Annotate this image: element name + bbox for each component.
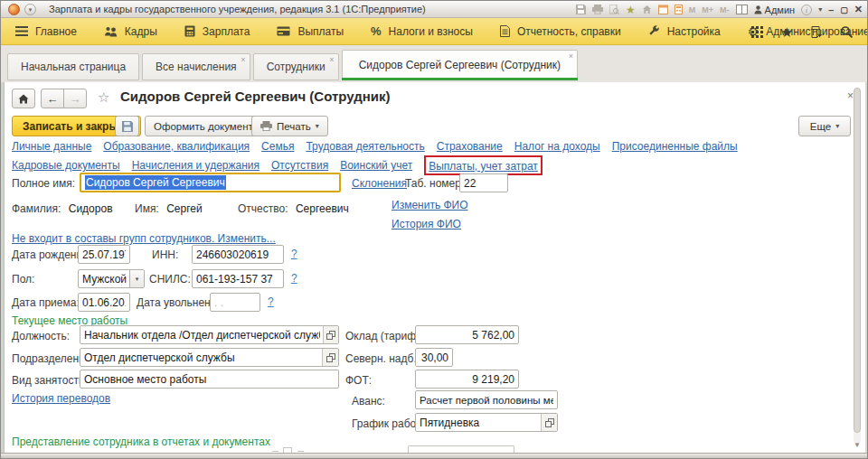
tab-close-icon[interactable]: × — [329, 55, 334, 64]
system-menu-icon[interactable]: ▾ — [24, 4, 36, 15]
forward-button[interactable]: → — [63, 89, 87, 108]
nav-link-personal-data[interactable]: Личные данные — [12, 140, 91, 153]
change-name-link[interactable]: Изменить ФИО — [392, 199, 468, 211]
menu-item-reports[interactable]: Отчетность, справки — [500, 25, 621, 38]
menu-item-settings[interactable]: Настройка — [648, 25, 721, 38]
tab-close-icon[interactable]: × — [569, 52, 573, 61]
open-picker-icon[interactable] — [323, 325, 338, 344]
menu-item-hr[interactable]: Кадры — [104, 25, 157, 38]
department-field[interactable]: Отдел диспетчерской службы — [80, 348, 339, 367]
employment-type-field[interactable]: Основное место работы — [80, 370, 339, 389]
search-icon[interactable] — [841, 26, 853, 38]
home-button[interactable] — [12, 89, 35, 108]
north-bonus-field[interactable]: 30,00 — [415, 348, 453, 367]
middlename-value: Сергеевич — [296, 202, 349, 215]
open-picker-icon[interactable] — [541, 413, 557, 432]
memory-m-plus-button[interactable]: M+ — [702, 5, 713, 14]
app-logo-icon[interactable] — [8, 4, 20, 15]
advance-field[interactable]: Расчет первой половины месяца — [415, 390, 558, 409]
history-icon[interactable] — [811, 26, 823, 38]
more-button[interactable]: Еще ▾ — [798, 116, 851, 136]
inn-help-link[interactable]: ? — [291, 248, 297, 260]
favorites-star-icon[interactable]: ★ — [626, 4, 636, 16]
dismissal-help-link[interactable]: ? — [268, 295, 274, 308]
save-button[interactable] — [115, 116, 139, 136]
nav-link-absences[interactable]: Отсутствия — [271, 159, 328, 172]
inn-field[interactable]: 246603020619 — [192, 245, 284, 264]
close-window-button[interactable]: ✕ — [854, 4, 863, 15]
hire-date-field[interactable]: 01.06.2016 — [78, 293, 130, 312]
nav-link-insurance[interactable]: Страхование — [437, 140, 503, 153]
nav-link-military[interactable]: Воинский учет — [340, 159, 412, 172]
nav-link-attached-files[interactable]: Присоединенные файлы — [612, 140, 738, 153]
firstname-label: Имя: — [135, 202, 159, 215]
form-close-icon[interactable]: × — [847, 89, 854, 102]
open-picker-icon[interactable] — [322, 348, 338, 367]
cutoff-dash-fragment — [297, 451, 304, 452]
preview-icon[interactable] — [609, 5, 619, 14]
maximize-button[interactable]: ▢ — [840, 5, 848, 14]
title-bar: ▾ Зарплата и кадры государственного учре… — [1, 1, 867, 18]
birthdate-field[interactable]: 25.07.1974 — [78, 245, 130, 264]
dropdown-caret-icon: ▾ — [835, 122, 839, 130]
back-button[interactable]: ← — [41, 89, 64, 108]
salary-label: Оклад (тариф): — [345, 330, 422, 342]
dismissal-date-field[interactable]: . . — [210, 293, 260, 312]
fot-field[interactable]: 9 219,20 — [415, 370, 519, 389]
scrollbar-thumb[interactable] — [854, 88, 861, 433]
tab-employee-card[interactable]: Сидоров Сергей Сергеевич (Сотрудник) × — [342, 50, 578, 80]
all-functions-grid-icon[interactable] — [751, 26, 763, 38]
snils-help-link[interactable]: ? — [291, 272, 297, 285]
tab-close-icon[interactable]: × — [241, 55, 245, 64]
calculator-icon[interactable] — [675, 5, 683, 14]
info-icon[interactable]: i — [801, 5, 812, 15]
tab-home-page[interactable]: Начальная страница — [7, 53, 139, 80]
memory-m-minus-button[interactable]: M- — [720, 5, 730, 14]
work-schedule-field[interactable]: Пятидневка — [415, 413, 558, 432]
minimize-button[interactable]: – — [828, 5, 834, 15]
position-field[interactable]: Начальник отдела /Отдел диспетчерской сл… — [80, 325, 339, 344]
calculator-icon — [184, 25, 195, 37]
home-icon[interactable] — [642, 5, 652, 14]
vertical-scrollbar[interactable] — [854, 88, 861, 444]
window-bottom-edge — [1, 453, 867, 458]
info-dropdown-icon[interactable]: ▾ — [818, 5, 822, 14]
tab-number-field[interactable]: 22 — [459, 173, 508, 192]
card-icon — [277, 26, 290, 36]
percent-icon: % — [371, 24, 382, 38]
gender-combobox[interactable]: Мужской ▾ — [78, 269, 145, 288]
salary-field[interactable]: 5 762,00 — [415, 325, 519, 344]
calendar-icon[interactable] — [658, 5, 668, 14]
window-title: Зарплата и кадры государственного учрежд… — [49, 4, 426, 14]
middlename-label: Отчество: — [238, 202, 288, 215]
nav-link-education[interactable]: Образование, квалификация — [103, 140, 250, 153]
combo-dropdown-icon[interactable]: ▾ — [129, 269, 144, 288]
nav-link-work-history[interactable]: Трудовая деятельность — [306, 140, 424, 153]
split-window-icon[interactable] — [736, 5, 748, 14]
favorites-icon[interactable]: ★ — [781, 25, 793, 39]
current-user[interactable]: Админ — [754, 5, 796, 15]
nav-link-accruals-deductions[interactable]: Начисления и удержания — [132, 159, 259, 172]
nav-link-hr-documents[interactable]: Кадровые документы — [12, 159, 120, 172]
menu-item-salary[interactable]: Зарплата — [184, 25, 250, 38]
nav-link-income-tax[interactable]: Налог на доходы — [514, 140, 600, 153]
menu-item-payments[interactable]: Выплаты — [277, 25, 344, 38]
print-icon[interactable] — [592, 5, 603, 14]
name-history-link[interactable]: История ФИО — [392, 218, 461, 230]
full-name-field[interactable]: Сидоров Сергей Сергеевич — [80, 173, 341, 192]
tab-employees[interactable]: Сотрудники × — [253, 53, 339, 80]
scrollbar-down-arrow-icon[interactable]: ▼ — [854, 441, 861, 449]
nav-link-payments-cost-accounting[interactable]: Выплаты, учет затрат — [429, 160, 538, 173]
transfer-history-link[interactable]: История переводов — [12, 392, 110, 405]
nav-link-family[interactable]: Семья — [261, 140, 294, 153]
memory-m-button[interactable]: M — [689, 5, 696, 14]
print-button[interactable]: Печать ▾ — [251, 116, 328, 136]
menu-item-main[interactable]: Главное — [15, 25, 77, 38]
tab-all-accruals[interactable]: Все начисления × — [142, 53, 250, 80]
snils-field[interactable]: 061-193-157 37 — [192, 269, 284, 288]
menu-item-taxes[interactable]: % Налоги и взносы — [371, 24, 473, 38]
employee-groups-link[interactable]: Не входит в составы групп сотрудников. И… — [12, 232, 276, 245]
declension-link[interactable]: Склонения — [352, 177, 407, 190]
favorite-star-icon[interactable]: ☆ — [98, 89, 109, 106]
save-icon[interactable] — [576, 5, 586, 14]
